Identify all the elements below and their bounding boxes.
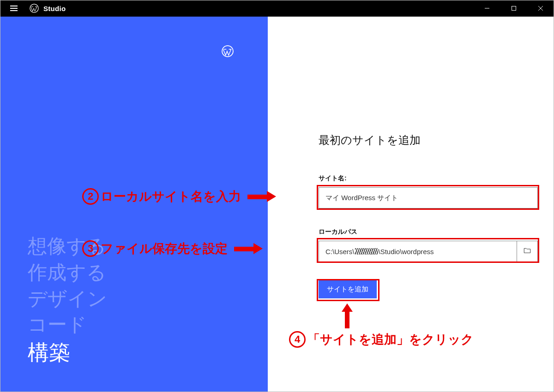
wordpress-hero-logo-icon xyxy=(222,45,234,59)
site-name-label: サイト名: xyxy=(319,174,538,183)
hamburger-menu-button[interactable] xyxy=(0,0,28,17)
hero-word: コード xyxy=(28,312,107,338)
folder-icon xyxy=(523,246,531,256)
browse-folder-button[interactable] xyxy=(517,241,538,262)
local-path-input[interactable]: C:\Users\\Studio\wordpress xyxy=(319,241,517,262)
annotation-arrow-up xyxy=(342,303,352,328)
annotation-text: ローカルサイト名を入力 xyxy=(101,188,241,205)
site-name-input[interactable] xyxy=(319,187,538,208)
arrow-up-icon xyxy=(342,303,352,328)
hero-word: デザイン xyxy=(28,286,107,312)
path-suffix: \Studio\wordpress xyxy=(379,248,434,255)
add-site-button[interactable]: サイトを追加 xyxy=(319,280,377,298)
hero-word: 作成する xyxy=(28,260,107,286)
annotation-step-4: 4 「サイトを追加」をクリック xyxy=(289,331,474,348)
annotation-number: 2 xyxy=(82,188,99,205)
annotation-text: 「サイトを追加」をクリック xyxy=(307,331,474,348)
local-path-label: ローカルパス xyxy=(319,228,538,236)
arrow-right-icon xyxy=(247,191,276,202)
form-heading: 最初のサイトを追加 xyxy=(319,133,538,148)
hero-word-active: 構築 xyxy=(28,338,107,367)
annotation-step-3: 3 ファイル保存先を設定 xyxy=(82,240,266,257)
close-button[interactable] xyxy=(527,0,554,17)
path-redacted-segment xyxy=(355,248,378,255)
app-title: Studio xyxy=(43,5,66,12)
annotation-number: 4 xyxy=(289,331,306,348)
annotation-text: ファイル保存先を設定 xyxy=(101,240,228,257)
add-site-button-label: サイトを追加 xyxy=(327,285,368,293)
annotation-number: 3 xyxy=(82,240,99,257)
minimize-button[interactable] xyxy=(474,0,500,17)
window-controls xyxy=(474,0,554,17)
path-prefix: C:\Users\ xyxy=(325,248,355,255)
title-bar: Studio xyxy=(0,0,554,17)
wordpress-logo-icon xyxy=(30,4,39,13)
maximize-button[interactable] xyxy=(500,0,527,17)
svg-rect-2 xyxy=(512,6,516,11)
arrow-right-icon xyxy=(234,244,263,254)
annotation-step-2: 2 ローカルサイト名を入力 xyxy=(82,188,280,205)
